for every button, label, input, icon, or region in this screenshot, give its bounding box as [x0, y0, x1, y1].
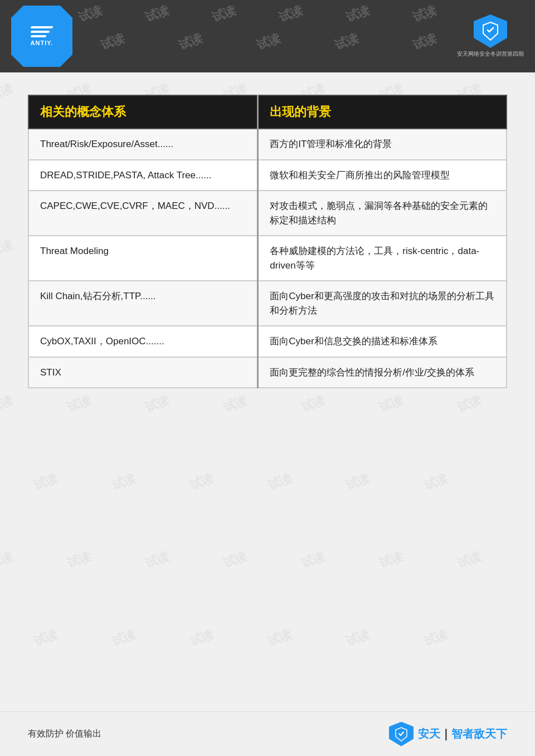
wm6: 试读	[410, 2, 439, 26]
table-cell-left: STIX	[28, 357, 258, 388]
logo-lines	[31, 26, 53, 37]
col1-header: 相关的概念体系	[28, 95, 258, 129]
table-cell-right: 对攻击模式，脆弱点，漏洞等各种基础的安全元素的标定和描述结构	[258, 191, 507, 236]
logo-line-2	[30, 31, 50, 33]
table-cell-right: 面向Cyber和信息交换的描述和标准体系	[258, 326, 507, 357]
table-cell-left: DREAD,STRIDE,PASTA, Attack Tree......	[28, 160, 258, 191]
table-cell-right: 西方的IT管理和标准化的背景	[258, 129, 507, 160]
table-row: CybOX,TAXII，OpenIOC.......面向Cyber和信息交换的描…	[28, 326, 507, 357]
header-watermarks: 试读 试读 试读 试读 试读 试读 试读 试读 试读 试读 试读	[0, 0, 535, 72]
wm8: 试读	[176, 30, 205, 53]
footer-brand-slogan: 智者敌天下	[451, 728, 507, 740]
wm3: 试读	[210, 2, 239, 26]
table-header-row: 相关的概念体系 出现的背景	[28, 95, 507, 129]
table-row: DREAD,STRIDE,PASTA, Attack Tree......微软和…	[28, 160, 507, 191]
header-right-subtitle: 安天网络安全冬训营第四期	[457, 50, 524, 58]
wm7: 试读	[98, 30, 127, 53]
table-row: Threat/Risk/Exposure/Asset......西方的IT管理和…	[28, 129, 507, 160]
footer-shield-icon	[389, 722, 414, 747]
wm10: 试读	[332, 30, 361, 53]
table-cell-right: 微软和相关安全厂商所推出的风险管理模型	[258, 160, 507, 191]
table-row: CAPEC,CWE,CVE,CVRF，MAEC，NVD......对攻击模式，脆…	[28, 191, 507, 236]
table-cell-left: Kill Chain,钻石分析,TTP......	[28, 281, 258, 326]
table-cell-left: CybOX,TAXII，OpenIOC.......	[28, 326, 258, 357]
logo-line-1	[30, 26, 53, 28]
logo-label: ANTIY.	[31, 40, 54, 46]
header-right-logo: 安天网络安全冬训营第四期	[457, 14, 524, 58]
table-cell-left: CAPEC,CWE,CVE,CVRF，MAEC，NVD......	[28, 191, 258, 236]
footer-right: 安天｜智者敌天下	[389, 722, 507, 747]
col2-header: 出现的背景	[258, 95, 507, 129]
table-cell-left: Threat/Risk/Exposure/Asset......	[28, 129, 258, 160]
table-cell-left: Threat Modeling	[28, 236, 258, 281]
logo-line-3	[30, 35, 46, 37]
table-cell-right: 面向Cyber和更高强度的攻击和对抗的场景的分析工具和分析方法	[258, 281, 507, 326]
table-row: Kill Chain,钻石分析,TTP......面向Cyber和更高强度的攻击…	[28, 281, 507, 326]
table-row: STIX面向更完整的综合性的情报分析/作业/交换的体系	[28, 357, 507, 388]
footer-brand-text: 安天｜智者敌天下	[418, 726, 507, 742]
main-content: 相关的概念体系 出现的背景 Threat/Risk/Exposure/Asset…	[0, 72, 535, 711]
wm1: 试读	[76, 2, 105, 26]
header: 试读 试读 试读 试读 试读 试读 试读 试读 试读 试读 试读 ANTIY. …	[0, 0, 535, 72]
wm4: 试读	[276, 2, 305, 26]
table-row: Threat Modeling各种威胁建模的方法论，工具，risk-centri…	[28, 236, 507, 281]
wm11: 试读	[410, 30, 439, 53]
table-cell-right: 各种威胁建模的方法论，工具，risk-centric，data-driven等等	[258, 236, 507, 281]
wm9: 试读	[254, 30, 283, 53]
concept-table: 相关的概念体系 出现的背景 Threat/Risk/Exposure/Asset…	[28, 95, 507, 388]
footer: 有效防护 价值输出 安天｜智者敌天下	[0, 711, 535, 756]
table-cell-right: 面向更完整的综合性的情报分析/作业/交换的体系	[258, 357, 507, 388]
wm5: 试读	[343, 2, 372, 26]
footer-tagline: 有效防护 价值输出	[28, 728, 101, 740]
footer-brand-antiy: 安天	[418, 728, 440, 740]
antiy-logo: ANTIY.	[11, 6, 72, 67]
wm2: 试读	[143, 2, 172, 26]
shield-icon	[474, 14, 507, 48]
